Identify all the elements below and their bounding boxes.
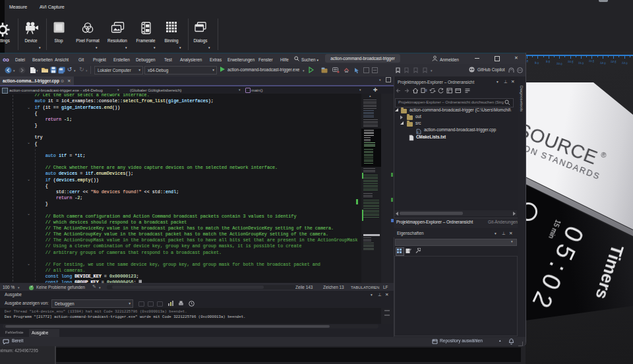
- svg-text:+: +: [417, 130, 419, 134]
